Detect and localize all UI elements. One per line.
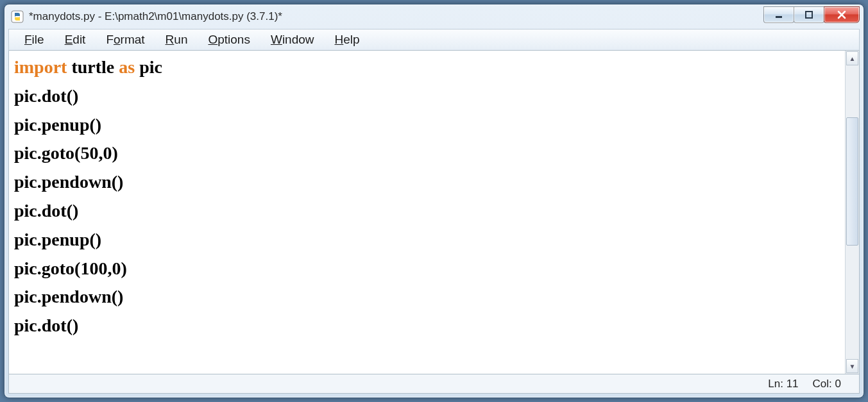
scroll-down-button[interactable]: ▼ (846, 359, 858, 373)
idle-window: *manydots.py - E:\pmath2\m01\manydots.py… (4, 4, 864, 398)
menu-run[interactable]: Run (155, 30, 198, 49)
status-line: Ln: 11 (768, 378, 798, 390)
maximize-icon (804, 10, 813, 19)
menu-edit[interactable]: Edit (55, 30, 96, 49)
code-line: pic.pendown() (14, 168, 840, 197)
code-line: pic.dot() (14, 82, 840, 111)
scroll-up-button[interactable]: ▲ (846, 51, 858, 65)
code-line: pic.penup() (14, 226, 840, 255)
code-editor[interactable]: import turtle as picpic.dot()pic.penup()… (9, 51, 845, 374)
chevron-up-icon: ▲ (849, 55, 856, 62)
window-controls (764, 10, 860, 23)
close-button[interactable] (824, 6, 860, 23)
code-line: pic.pendown() (14, 283, 840, 312)
scroll-thumb[interactable] (846, 117, 858, 246)
code-line: import turtle as pic (14, 53, 840, 82)
status-col: Col: 0 (813, 378, 841, 390)
chevron-down-icon: ▼ (849, 363, 856, 370)
statusbar: Ln: 11 Col: 0 (8, 374, 860, 394)
maximize-button[interactable] (794, 6, 824, 23)
code-line: pic.goto(50,0) (14, 139, 840, 168)
editor-area: import turtle as picpic.dot()pic.penup()… (8, 51, 860, 374)
menubar: FileEditFormatRunOptionsWindowHelp (8, 29, 860, 51)
menu-file[interactable]: File (14, 30, 55, 49)
python-idle-icon (11, 10, 24, 23)
vertical-scrollbar[interactable]: ▲ ▼ (845, 51, 859, 374)
menu-options[interactable]: Options (198, 30, 260, 49)
menu-help[interactable]: Help (325, 30, 370, 49)
code-line: pic.penup() (14, 111, 840, 140)
menu-format[interactable]: Format (96, 30, 155, 49)
svg-rect-2 (806, 12, 812, 18)
code-line: pic.goto(100,0) (14, 255, 840, 283)
code-line: pic.dot() (14, 312, 840, 340)
titlebar[interactable]: *manydots.py - E:\pmath2\m01\manydots.py… (4, 4, 864, 29)
menu-window[interactable]: Window (260, 30, 325, 49)
code-line: pic.dot() (14, 197, 840, 226)
scroll-track[interactable] (846, 66, 859, 358)
close-icon (837, 10, 847, 20)
svg-rect-0 (12, 11, 23, 22)
minimize-icon (774, 10, 783, 19)
svg-rect-1 (776, 16, 782, 18)
window-title: *manydots.py - E:\pmath2\m01\manydots.py… (29, 10, 764, 23)
minimize-button[interactable] (763, 6, 794, 23)
